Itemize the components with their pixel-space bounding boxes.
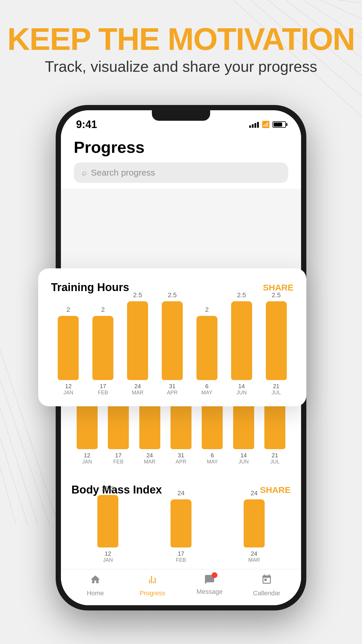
bar-element: [264, 400, 285, 449]
signal-bar-1: [249, 125, 251, 128]
phone-mockup: Training Hours SHARE 212JAN217FEB2.524MA…: [56, 105, 306, 610]
nav-home[interactable]: Home: [67, 574, 124, 597]
bar-element: [244, 499, 265, 547]
svg-line-9: [0, 408, 38, 525]
bar-month-label: JUL: [272, 390, 281, 396]
bar-month-label: JAN: [82, 459, 92, 465]
bar-group: 2.514JUN: [224, 291, 259, 396]
bar-date-label: 12: [84, 452, 90, 459]
bar-date-label: 6: [211, 452, 214, 459]
bar-value-label: 2: [66, 306, 70, 314]
bar-month-label: JUN: [238, 459, 249, 465]
bar-value-label: 2.5: [168, 291, 177, 299]
training-card-title: Training Hours: [51, 281, 129, 294]
bar-date-label: 21: [273, 383, 279, 390]
header: KEEP THE MOTIVATION Track, visualize and…: [0, 0, 362, 81]
calendar-icon: [261, 574, 272, 588]
bar-value-label: 2.5: [272, 291, 281, 299]
bar-date-label: 17: [115, 452, 122, 459]
bar-element: [266, 301, 287, 380]
bar-value-label: 24: [178, 489, 184, 497]
header-title: KEEP THE MOTIVATION: [0, 23, 362, 55]
bar-group: 2417FEB: [145, 489, 218, 563]
message-icon-wrapper: [204, 574, 215, 586]
search-placeholder-text: Search progress: [91, 168, 155, 178]
search-bar[interactable]: ⌕ Search progress: [74, 162, 288, 183]
bar-month-label: FEB: [176, 557, 186, 563]
nav-message[interactable]: Message: [181, 574, 238, 597]
nav-progress-label: Progress: [140, 589, 165, 597]
bar-month-label: MAY: [201, 390, 212, 396]
bar-date-label: 21: [272, 452, 278, 459]
status-icons: 📶: [249, 121, 286, 128]
svg-line-11: [0, 467, 16, 525]
bar-group: 217FEB: [86, 306, 120, 396]
bar-month-label: APR: [167, 390, 178, 396]
bar-element: [97, 495, 118, 547]
bar-element: [233, 400, 254, 449]
phone-notch: [152, 110, 210, 121]
bar-element: [196, 316, 217, 380]
progress-page-title: Progress: [74, 138, 288, 157]
bar-date-label: 31: [178, 452, 184, 459]
battery-fill: [274, 123, 282, 127]
nav-home-label: Home: [87, 589, 104, 597]
bar-date-label: 24: [251, 550, 257, 557]
nav-progress[interactable]: Progress: [124, 574, 181, 597]
progress-header: Progress ⌕ Search progress: [61, 131, 301, 189]
bar-date-label: 12: [105, 550, 111, 557]
status-time: 9:41: [76, 118, 97, 131]
nav-calendar[interactable]: Callendar: [238, 574, 295, 597]
bar-date-label: 17: [178, 550, 184, 557]
bar-group: 2.521JUL: [259, 291, 294, 396]
signal-bar-2: [252, 124, 254, 128]
signal-bar-4: [257, 122, 259, 128]
bar-element: [231, 301, 252, 380]
bottom-navigation: Home Progress: [61, 569, 301, 605]
training-share-button[interactable]: SHARE: [263, 283, 294, 293]
nav-calendar-label: Callendar: [253, 589, 280, 597]
bar-element: [58, 316, 79, 380]
bar-date-label: 17: [100, 383, 106, 390]
wifi-icon: 📶: [262, 121, 270, 128]
bar-date-label: 12: [65, 383, 71, 390]
signal-icon: [249, 121, 259, 128]
bar-element: [171, 499, 191, 547]
bmi-bar-chart: 25.212JAN2417FEB2424MAR: [71, 505, 291, 563]
bar-month-label: JUN: [236, 390, 247, 396]
header-subtitle: Track, visualize and share your progress: [0, 58, 362, 75]
bar-value-label: 25.2: [102, 485, 114, 493]
bar-month-label: FEB: [113, 459, 124, 465]
bar-date-label: 31: [169, 383, 175, 390]
bar-group: 212JAN: [51, 306, 86, 396]
bar-group: 2.531APR: [155, 291, 190, 396]
home-icon: [90, 574, 101, 588]
bar-month-label: MAR: [248, 557, 260, 563]
progress-icon: [147, 574, 158, 588]
bar-month-label: MAR: [144, 459, 156, 465]
bar-month-label: MAY: [207, 459, 218, 465]
svg-line-10: [0, 438, 28, 525]
bar-month-label: MAR: [132, 390, 143, 396]
bar-group: 26MAY: [189, 306, 224, 396]
training-hours-card: Training Hours SHARE 212JAN217FEB2.524MA…: [38, 268, 306, 406]
bar-date-label: 14: [240, 452, 247, 459]
bar-month-label: JAN: [63, 390, 73, 396]
bar-group: 25.212JAN: [71, 485, 145, 563]
message-badge: [212, 572, 217, 578]
bar-date-label: 6: [205, 383, 208, 390]
bar-value-label: 2.5: [133, 291, 142, 299]
bmi-card: Body Mass Index SHARE 25.212JAN2417FEB24…: [61, 475, 301, 569]
bar-value-label: 2: [101, 306, 105, 314]
bar-date-label: 14: [238, 383, 245, 390]
bar-group: 2424MAR: [217, 489, 291, 563]
bar-date-label: 24: [146, 452, 153, 459]
bar-month-label: JAN: [103, 557, 113, 563]
bar-element: [127, 301, 148, 380]
bar-date-label: 24: [134, 383, 141, 390]
bar-value-label: 2.5: [237, 291, 246, 299]
bar-month-label: APR: [175, 459, 186, 465]
bar-element: [92, 316, 113, 380]
bar-value-label: 2: [205, 306, 209, 314]
bar-month-label: FEB: [98, 390, 108, 396]
